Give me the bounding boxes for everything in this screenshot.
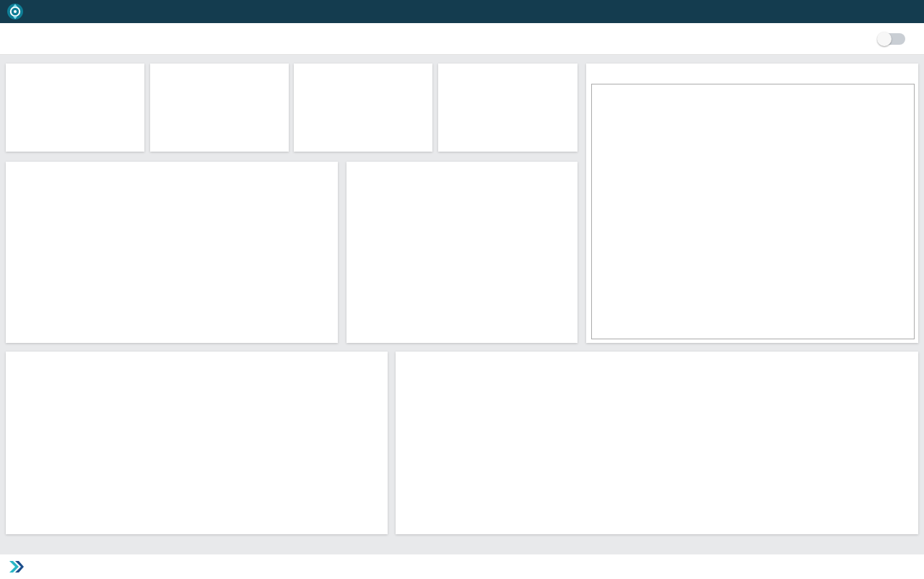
minitab-connect-logo-icon <box>7 4 23 19</box>
minitab-footer-logo <box>7 561 26 573</box>
kpi-label <box>150 64 289 69</box>
auto-update-toggle[interactable] <box>879 33 905 45</box>
panel-analysis-statistics <box>6 352 388 534</box>
top-bar <box>0 0 924 23</box>
toggle-knob-icon <box>877 32 892 46</box>
kpi-card-rest-blood-pressure <box>150 64 289 152</box>
kpi-label <box>294 64 432 69</box>
kpi-label <box>6 64 144 69</box>
panel-correlogram <box>6 162 338 343</box>
minitab-logo-icon <box>9 561 24 573</box>
sixpack-report-chart <box>591 84 915 339</box>
panel-title <box>346 162 578 167</box>
panel-title <box>396 352 918 357</box>
dashboard-main <box>0 55 924 554</box>
panel-title <box>6 162 338 167</box>
panel-imr-chart <box>396 352 918 534</box>
kpi-card-cholesterol <box>294 64 432 152</box>
panel-analysis-sixpack <box>586 64 918 343</box>
panel-bar-chart <box>346 162 578 343</box>
statistics-link[interactable] <box>6 357 388 365</box>
kpi-label <box>438 64 578 69</box>
panel-title <box>586 64 918 69</box>
panel-title <box>6 352 388 357</box>
kpi-card-max-heart-rate <box>438 64 578 152</box>
dashboard-header <box>0 23 924 55</box>
kpi-card-age <box>6 64 144 152</box>
footer <box>0 554 924 579</box>
